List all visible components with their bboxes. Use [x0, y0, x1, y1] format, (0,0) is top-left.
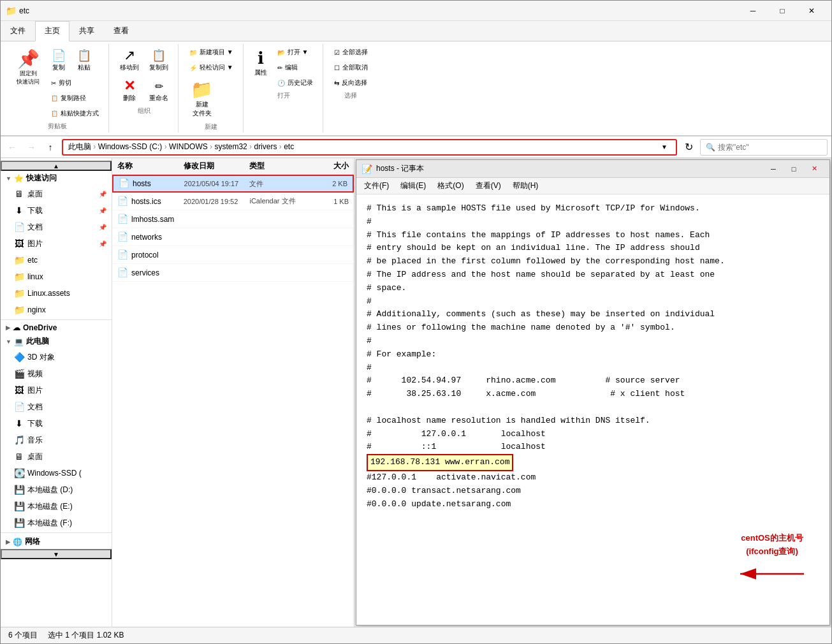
sidebar-item-linux-assets[interactable]: 📁 Linux.assets: [1, 285, 112, 302]
address-box[interactable]: 此电脑 › Windows-SSD (C:) › WINDOWS › syste…: [62, 139, 677, 156]
paste-shortcut-button[interactable]: 📋 粘贴快捷方式: [47, 106, 103, 121]
select-all-button[interactable]: ☑ 全部选择: [330, 45, 372, 59]
copy-button[interactable]: 📄 复制: [47, 45, 71, 75]
sidebar-item-downloads[interactable]: ⬇ 下载 📌: [1, 202, 112, 219]
ribbon-group-new: 📁 新建项目 ▼ ⚡ 轻松访问 ▼ 📁 新建文件夹 新建: [180, 44, 244, 133]
rename-button[interactable]: ✏ 重命名: [145, 76, 173, 105]
invert-selection-button[interactable]: ⇆ 反向选择: [330, 76, 372, 90]
sidebar-item-linux[interactable]: 📁 linux: [1, 268, 112, 285]
content-line-16: [367, 401, 819, 414]
ribbon-group-open: ℹ 属性 📂 打开 ▼ ✏ 编辑 🕐: [245, 44, 323, 133]
new-item-button[interactable]: 📁 新建项目 ▼: [185, 45, 238, 59]
up-button[interactable]: ↑: [43, 140, 58, 155]
content-line-22: #0.0.0.0 transact.netsarang.com: [367, 485, 819, 498]
forward-button[interactable]: →: [24, 140, 39, 155]
tab-share[interactable]: 共享: [69, 21, 104, 41]
select-label: 选择: [344, 91, 357, 100]
paste-button[interactable]: 📋 粘贴: [72, 45, 96, 75]
notepad-minimize-button[interactable]: ─: [763, 161, 784, 177]
notepad-close-button[interactable]: ✕: [804, 161, 824, 177]
sidebar-item-disk-d[interactable]: 💾 本地磁盘 (D:): [1, 481, 112, 498]
easy-access-button[interactable]: ⚡ 轻松访问 ▼: [185, 61, 238, 75]
sidebar-item-3d-objects[interactable]: 🔷 3D 对象: [1, 349, 112, 365]
properties-button[interactable]: ℹ 属性: [250, 45, 272, 80]
notepad-menu-format[interactable]: 格式(O): [432, 179, 469, 193]
column-date[interactable]: 修改日期: [184, 161, 250, 172]
sidebar-item-pictures2[interactable]: 🖼 图片: [1, 382, 112, 399]
file-item-services[interactable]: 📄 services: [112, 264, 354, 282]
move-to-button[interactable]: ↗ 移动到: [115, 45, 143, 75]
sidebar-item-documents2[interactable]: 📄 文档: [1, 399, 112, 415]
tab-home[interactable]: 主页: [35, 21, 69, 41]
sidebar-item-downloads2[interactable]: ⬇ 下载: [1, 415, 112, 432]
notepad-menu: 文件(F) 编辑(E) 格式(O) 查看(V) 帮助(H): [356, 178, 829, 194]
delete-button[interactable]: ✕ 删除: [115, 76, 143, 105]
pin-button[interactable]: 📌 固定到快速访问: [11, 45, 45, 89]
this-pc-expand-icon: ▼: [6, 339, 11, 345]
search-input[interactable]: [718, 143, 807, 152]
sidebar: ▲ ▼ ⭐ 快速访问 🖥 桌面 📌 ⬇ 下载 📌 📄 文档 📌: [1, 158, 112, 627]
this-pc-icon: 💻: [14, 337, 24, 346]
disk-d-icon: 💾: [13, 484, 25, 495]
sidebar-section-network[interactable]: ▶ 🌐 网络: [1, 534, 112, 549]
sidebar-item-windows-ssd[interactable]: 💽 Windows-SSD (: [1, 465, 112, 481]
etc-folder-icon: 📁: [13, 254, 25, 266]
new-folder-button[interactable]: 📁 新建文件夹: [185, 76, 219, 121]
close-button[interactable]: ✕: [797, 1, 826, 21]
services-filename: services: [131, 268, 159, 277]
tab-view[interactable]: 查看: [104, 21, 138, 41]
sidebar-item-music[interactable]: 🎵 音乐: [1, 432, 112, 448]
sidebar-section-onedrive[interactable]: ▶ ☁ OneDrive: [1, 321, 112, 334]
annotation-arrow: [734, 561, 810, 587]
back-button[interactable]: ←: [4, 140, 20, 155]
notepad-content[interactable]: # This is a sample HOSTS file used by Mi…: [356, 194, 829, 625]
sidebar-item-documents[interactable]: 📄 文档 📌: [1, 219, 112, 235]
notepad-menu-file[interactable]: 文件(F): [359, 179, 394, 193]
tab-file[interactable]: 文件: [1, 21, 35, 41]
title-bar-icon: 📁: [6, 6, 17, 16]
select-none-button[interactable]: ☐ 全部取消: [330, 61, 372, 75]
history-button[interactable]: 🕐 历史记录: [273, 76, 317, 90]
sidebar-item-nginx[interactable]: 📁 nginx: [1, 302, 112, 318]
documents-icon: 📄: [13, 221, 25, 233]
content-line-5: # be placed in the first column followed…: [367, 255, 819, 268]
notepad-menu-help[interactable]: 帮助(H): [507, 179, 544, 193]
sidebar-item-desktop[interactable]: 🖥 桌面 📌: [1, 186, 112, 202]
file-item-hosts[interactable]: 📄 hosts 2021/05/04 19:17 文件 2 KB: [112, 175, 354, 193]
refresh-button[interactable]: ↻: [681, 140, 696, 155]
column-name[interactable]: 名称: [117, 161, 184, 172]
onedrive-expand-icon: ▶: [6, 325, 10, 331]
sidebar-scroll-down[interactable]: ▼: [1, 549, 112, 559]
maximize-button[interactable]: □: [768, 1, 797, 21]
edit-button[interactable]: ✏ 编辑: [273, 61, 317, 75]
sidebar-section-this-pc[interactable]: ▼ 💻 此电脑: [1, 334, 112, 349]
sidebar-item-videos[interactable]: 🎬 视频: [1, 365, 112, 382]
sidebar-item-desktop2[interactable]: 🖥 桌面: [1, 448, 112, 465]
column-size[interactable]: 大小: [316, 161, 349, 172]
content-line-11: #: [367, 335, 819, 348]
selected-info: 选中 1 个项目 1.02 KB: [48, 630, 124, 641]
sidebar-item-etc[interactable]: 📁 etc: [1, 252, 112, 268]
column-type[interactable]: 类型: [249, 161, 316, 172]
cut-icon: ✂: [51, 80, 56, 87]
cut-button[interactable]: ✂ 剪切: [47, 76, 103, 90]
sidebar-item-pictures[interactable]: 🖼 图片 📌: [1, 235, 112, 252]
file-item-protocol[interactable]: 📄 protocol: [112, 246, 354, 264]
sidebar-item-disk-f[interactable]: 💾 本地磁盘 (F:): [1, 515, 112, 531]
file-item-lmhosts[interactable]: 📄 lmhosts.sam: [112, 210, 354, 228]
sidebar-item-disk-e[interactable]: 💾 本地磁盘 (E:): [1, 498, 112, 515]
notepad-maximize-button[interactable]: □: [784, 161, 804, 177]
copy-path-button[interactable]: 📋 复制路径: [47, 91, 103, 105]
content-line-19: # ::1 localhost: [367, 441, 819, 454]
notepad-menu-view[interactable]: 查看(V): [471, 179, 506, 193]
file-item-networks[interactable]: 📄 networks: [112, 228, 354, 246]
notepad-menu-edit[interactable]: 编辑(E): [395, 179, 431, 193]
address-dropdown-button[interactable]: ▼: [658, 139, 671, 156]
sidebar-scroll-up[interactable]: ▲: [1, 161, 112, 171]
search-box[interactable]: 🔍: [700, 139, 828, 156]
sidebar-section-quick-access[interactable]: ▼ ⭐ 快速访问: [1, 171, 112, 186]
file-item-hosts-ics[interactable]: 📄 hosts.ics 2020/01/28 19:52 iCalendar 文…: [112, 193, 354, 210]
copy-to-button[interactable]: 📋 复制到: [145, 45, 173, 75]
minimize-button[interactable]: ─: [738, 1, 768, 21]
open-button[interactable]: 📂 打开 ▼: [273, 45, 317, 59]
